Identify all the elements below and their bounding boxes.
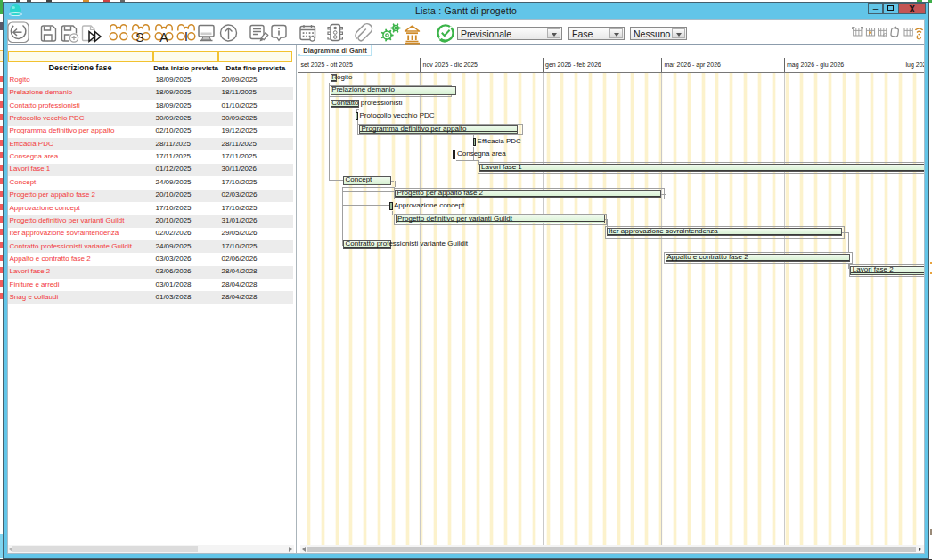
svg-text:A: A xyxy=(159,30,168,45)
svg-text:S: S xyxy=(135,30,143,45)
svg-text:I: I xyxy=(184,29,188,44)
